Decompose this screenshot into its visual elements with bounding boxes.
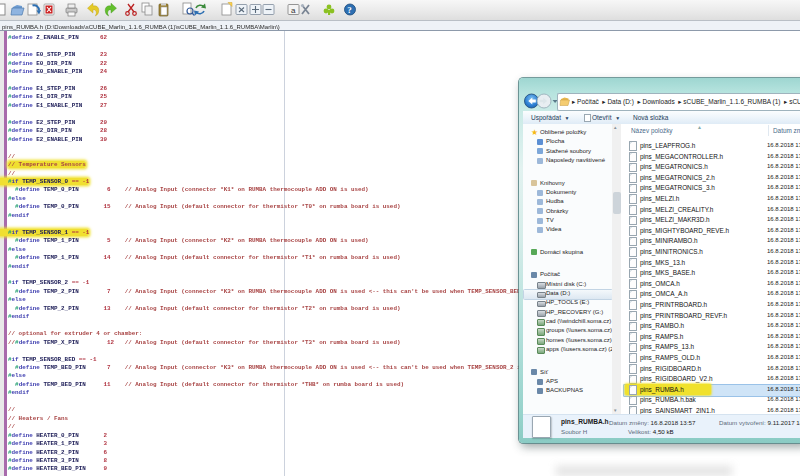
svg-text:?: ? bbox=[347, 5, 352, 15]
svg-text:a: a bbox=[291, 6, 296, 15]
